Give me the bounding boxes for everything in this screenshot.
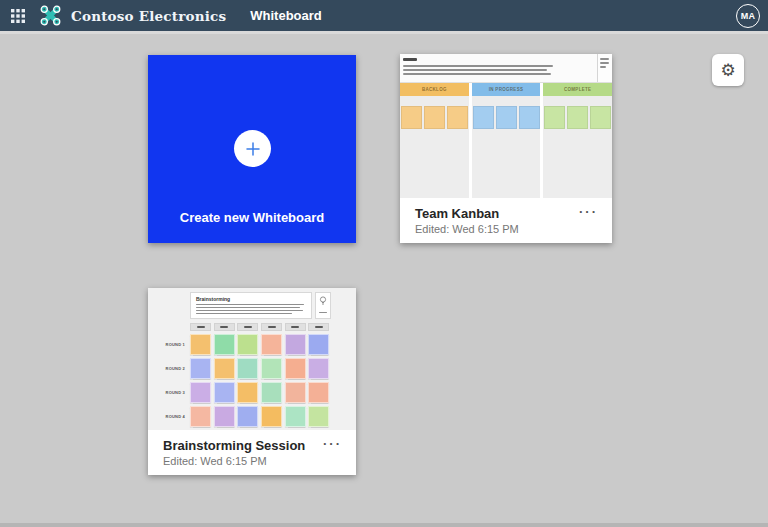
header-divider — [0, 31, 768, 34]
kanban-cards-row — [473, 106, 541, 129]
sticky-column-chip — [285, 323, 306, 331]
lightbulb-icon — [319, 296, 327, 307]
sticky-column-chip — [261, 323, 282, 331]
kanban-column-header: COMPLETE — [543, 83, 612, 96]
kanban-preview-thumbnail: BACKLOGIN PROGRESSCOMPLETE — [400, 54, 612, 198]
sticky-note-cell — [214, 406, 235, 427]
board-card-footer: Team Kanban Edited: Wed 6:15 PM ··· — [400, 198, 612, 243]
sticky-note-cell — [237, 382, 258, 403]
sticky-note-cell — [261, 334, 282, 355]
sticky-column-chip — [190, 323, 211, 331]
kanban-card-note — [496, 106, 517, 129]
create-new-whiteboard-tile[interactable]: Create new Whiteboard — [148, 55, 356, 243]
sticky-note-cell — [190, 334, 211, 355]
contoso-logo-icon — [39, 4, 62, 27]
app-launcher-waffle-icon[interactable] — [10, 8, 26, 24]
plus-circle[interactable] — [234, 130, 271, 167]
sticky-note-cell — [261, 406, 282, 427]
greeked-text-line — [600, 62, 609, 64]
greeked-text-line — [403, 65, 553, 67]
sticky-row-label: ROUND 4 — [148, 406, 188, 427]
kanban-column-header: BACKLOG — [400, 83, 469, 96]
sticky-grid — [190, 334, 329, 430]
sticky-note-cell — [237, 358, 258, 379]
kanban-card-note — [401, 106, 422, 129]
board-more-options-button[interactable]: ··· — [579, 204, 598, 219]
board-card-team-kanban[interactable]: BACKLOGIN PROGRESSCOMPLETE Team Kanban E… — [400, 54, 612, 243]
settings-button[interactable]: ⚙ — [712, 54, 744, 86]
sticky-note-cell — [308, 382, 329, 403]
sticky-note-cell — [308, 334, 329, 355]
whiteboard-home-screen: Contoso Electronics Whiteboard MA Create… — [0, 0, 768, 527]
sticky-note-cell — [214, 334, 235, 355]
sticky-note-cell — [285, 358, 306, 379]
sticky-col-headers — [190, 323, 329, 331]
sticky-note-cell — [308, 406, 329, 427]
greeked-chip-label — [197, 326, 205, 328]
brand-name: Contoso Electronics — [71, 8, 226, 24]
greeked-chip-label — [268, 326, 276, 328]
kanban-card-note — [519, 106, 540, 129]
sticky-note-cell — [285, 406, 306, 427]
sticky-row-label: ROUND 3 — [148, 382, 188, 403]
kanban-column: IN PROGRESS — [472, 83, 541, 198]
board-edited-timestamp: Edited: Wed 6:15 PM — [415, 223, 598, 235]
plus-icon — [245, 141, 261, 157]
board-card-brainstorming-session[interactable]: Brainstorming ROUND 1ROUND 2ROUND 3ROUND… — [148, 288, 356, 475]
kanban-column: BACKLOG — [400, 83, 469, 198]
greeked-title-line — [403, 58, 417, 61]
board-card-footer: Brainstorming Session Edited: Wed 6:15 P… — [148, 430, 356, 475]
sticky-column-chip — [308, 323, 329, 331]
lightbulb-icon-box — [315, 292, 331, 319]
greeked-chip-label — [244, 326, 252, 328]
greeked-text-line — [319, 312, 327, 313]
sticky-note-cell — [237, 334, 258, 355]
greeked-chip-label — [220, 326, 228, 328]
board-edited-timestamp: Edited: Wed 6:15 PM — [163, 455, 342, 467]
kanban-columns: BACKLOGIN PROGRESSCOMPLETE — [400, 83, 612, 198]
kanban-column: COMPLETE — [543, 83, 612, 198]
sticky-note-cell — [237, 406, 258, 427]
sticky-column-chip — [237, 323, 258, 331]
kanban-card-note — [424, 106, 445, 129]
kanban-preview-legend-box — [597, 54, 612, 82]
greeked-chip-label — [291, 326, 299, 328]
board-more-options-button[interactable]: ··· — [323, 436, 342, 451]
sticky-note-cell — [261, 382, 282, 403]
sticky-note-cell — [190, 382, 211, 403]
sticky-note-cell — [285, 382, 306, 403]
sticky-row-label: ROUND 2 — [148, 358, 188, 379]
sticky-row-labels: ROUND 1ROUND 2ROUND 3ROUND 4 — [148, 334, 188, 427]
kanban-preview-text-block — [400, 54, 612, 83]
board-title: Brainstorming Session — [163, 438, 342, 453]
greeked-text-line — [403, 73, 551, 75]
window-bottom-edge — [0, 523, 768, 527]
board-title: Team Kanban — [415, 206, 598, 221]
greeked-text-line — [196, 304, 304, 305]
brainstorm-preview-header-box: Brainstorming — [190, 292, 312, 319]
brainstorm-doc-title: Brainstorming — [196, 296, 307, 302]
sticky-note-cell — [190, 358, 211, 379]
greeked-text-line — [196, 310, 303, 311]
create-new-whiteboard-label: Create new Whiteboard — [148, 210, 356, 225]
sticky-row-label: ROUND 1 — [148, 334, 188, 355]
sticky-note-cell — [285, 334, 306, 355]
greeked-text-line — [196, 307, 300, 308]
kanban-column-header: IN PROGRESS — [472, 83, 541, 96]
user-avatar[interactable]: MA — [736, 4, 760, 28]
greeked-text-line — [196, 313, 292, 314]
greeked-text-line — [600, 66, 606, 68]
sticky-column-chip — [214, 323, 235, 331]
sticky-note-cell — [308, 358, 329, 379]
greeked-chip-label — [315, 326, 323, 328]
sticky-note-cell — [190, 406, 211, 427]
kanban-cards-row — [401, 106, 469, 129]
app-header: Contoso Electronics Whiteboard MA — [0, 0, 768, 31]
sticky-note-cell — [214, 358, 235, 379]
greeked-text-line — [600, 58, 609, 60]
app-title: Whiteboard — [250, 8, 322, 23]
gear-icon: ⚙ — [720, 62, 735, 79]
kanban-card-note — [447, 106, 468, 129]
kanban-card-note — [473, 106, 494, 129]
greeked-text-line — [403, 69, 547, 71]
